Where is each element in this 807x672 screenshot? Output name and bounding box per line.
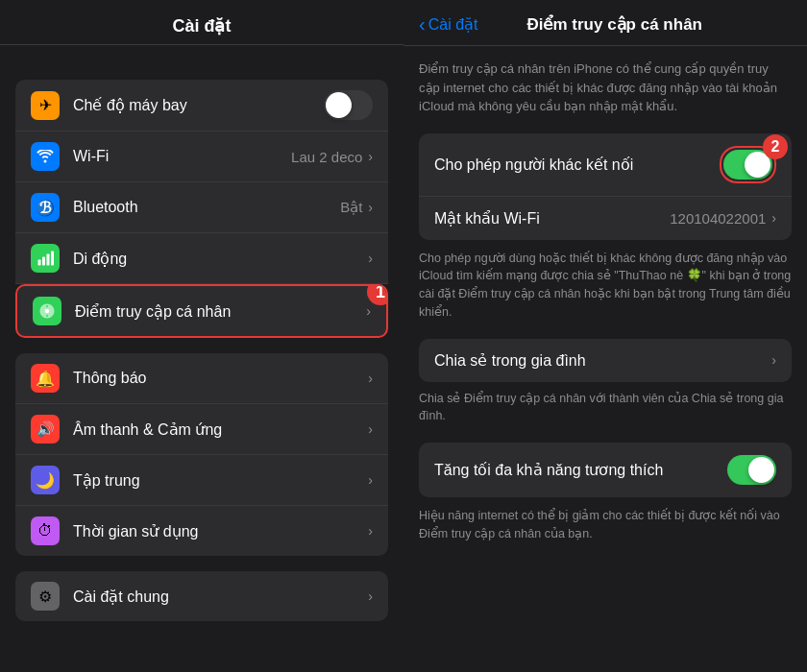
sound-icon: 🔊 <box>31 415 60 444</box>
badge-1: 1 <box>367 284 388 305</box>
hotspot-label: Điểm truy cập cá nhân <box>75 302 366 321</box>
settings-item-hotspot[interactable]: Điểm truy cập cá nhân › 1 <box>15 284 388 338</box>
badge-2: 2 <box>763 134 788 159</box>
family-share-desc: Chia sẻ Điểm truy cập cá nhân với thành … <box>419 390 792 426</box>
hotspot-detail-panel: ‹ Cài đặt Điểm truy cập cá nhân Điểm tru… <box>404 0 807 672</box>
family-share-label: Chia sẻ trong gia đình <box>434 351 586 370</box>
allow-note: Cho phép người dùng hoặc thiết bị khác k… <box>419 250 792 322</box>
settings-item-wifi[interactable]: Wi-Fi Lau 2 deco › <box>15 132 388 182</box>
settings-panel: Cài đặt ✈ Chế độ máy bay Wi-Fi Lau <box>0 0 404 672</box>
wifi-password-row[interactable]: Mật khẩu Wi-Fi 120104022001 › <box>419 196 792 240</box>
airplane-toggle[interactable] <box>324 90 373 120</box>
max-compat-label: Tăng tối đa khả năng tương thích <box>434 461 663 479</box>
cellular-label: Di động <box>73 250 368 268</box>
settings-item-sound[interactable]: 🔊 Âm thanh & Cảm ứng › <box>15 404 388 455</box>
allow-connection-right: 2 <box>720 146 776 183</box>
airplane-icon: ✈ <box>31 91 60 120</box>
allow-connection-label: Cho phép người khác kết nối <box>434 156 633 174</box>
focus-label: Tập trung <box>73 471 368 490</box>
settings-item-cellular[interactable]: Di động › <box>15 233 388 284</box>
focus-icon: 🌙 <box>31 466 60 494</box>
bluetooth-label: Bluetooth <box>73 199 340 216</box>
group-connectivity: ✈ Chế độ máy bay Wi-Fi Lau 2 deco › <box>15 80 388 338</box>
settings-item-general[interactable]: ⚙ Cài đặt chung › <box>15 571 388 621</box>
wifi-value: Lau 2 deco <box>291 149 362 165</box>
general-icon: ⚙ <box>31 582 60 611</box>
bluetooth-chevron: › <box>368 200 373 215</box>
sound-chevron: › <box>368 421 373 437</box>
max-compat-toggle[interactable] <box>727 455 776 485</box>
notifications-label: Thông báo <box>73 370 368 387</box>
general-label: Cài đặt chung <box>73 588 368 606</box>
sound-label: Âm thanh & Cảm ứng <box>73 420 368 439</box>
focus-chevron: › <box>368 472 373 488</box>
max-compat-row: Tăng tối đa khả năng tương thích <box>419 443 792 497</box>
wifi-password-right: 120104022001 › <box>670 210 776 227</box>
svg-rect-2 <box>47 254 50 266</box>
hotspot-description: Điểm truy cập cá nhân trên iPhone có thể… <box>419 60 792 116</box>
family-share-row[interactable]: Chia sẻ trong gia đình › <box>419 339 792 382</box>
right-title: Điểm truy cập cá nhân <box>485 14 744 35</box>
left-header: Cài đặt <box>0 0 404 45</box>
settings-list: ✈ Chế độ máy bay Wi-Fi Lau 2 deco › <box>0 45 404 672</box>
wifi-password-chevron: › <box>771 210 776 226</box>
settings-item-screentime[interactable]: ⏱ Thời gian sử dụng › <box>15 506 388 556</box>
right-header: ‹ Cài đặt Điểm truy cập cá nhân <box>404 0 807 46</box>
screentime-label: Thời gian sử dụng <box>73 522 368 540</box>
screentime-chevron: › <box>368 523 373 539</box>
wifi-chevron: › <box>368 149 373 164</box>
screentime-icon: ⏱ <box>31 516 60 545</box>
settings-item-airplane[interactable]: ✈ Chế độ máy bay <box>15 80 388 132</box>
notifications-chevron: › <box>368 371 373 386</box>
svg-rect-0 <box>38 260 41 266</box>
settings-item-bluetooth[interactable]: 🔵 ℬ Bluetooth Bật › <box>15 182 388 233</box>
left-title: Cài đặt <box>0 15 404 36</box>
hotspot-icon <box>33 297 61 325</box>
settings-item-focus[interactable]: 🌙 Tập trung › <box>15 455 388 506</box>
cellular-icon <box>31 244 60 273</box>
svg-rect-1 <box>42 257 45 266</box>
airplane-label: Chế độ máy bay <box>73 96 324 114</box>
cellular-chevron: › <box>368 251 373 266</box>
bluetooth-icon: 🔵 ℬ <box>31 193 60 222</box>
back-chevron-icon: ‹ <box>419 13 426 36</box>
general-chevron: › <box>368 588 373 604</box>
settings-item-notifications[interactable]: 🔔 Thông báo › <box>15 353 388 404</box>
group-system: 🔔 Thông báo › 🔊 Âm thanh & Cảm ứng › 🌙 T… <box>15 353 388 556</box>
allow-connection-toggle-wrapper: 2 <box>720 146 776 183</box>
svg-rect-3 <box>51 252 54 266</box>
bluetooth-value: Bật <box>340 199 362 216</box>
family-share-chevron: › <box>771 352 776 368</box>
right-content: Điểm truy cập cá nhân trên iPhone có thể… <box>404 46 807 574</box>
back-button[interactable]: ‹ Cài đặt <box>419 13 477 36</box>
allow-connection-row: Cho phép người khác kết nối 2 <box>419 133 792 196</box>
notifications-icon: 🔔 <box>31 364 60 393</box>
group-general: ⚙ Cài đặt chung › <box>15 571 388 621</box>
max-compat-desc: Hiệu năng internet có thể bị giảm cho cá… <box>419 507 792 543</box>
wifi-label: Wi-Fi <box>73 148 291 165</box>
wifi-password-label: Mật khẩu Wi-Fi <box>434 209 540 228</box>
back-label: Cài đặt <box>428 15 478 34</box>
hotspot-chevron: › <box>366 303 371 319</box>
wifi-icon <box>31 142 60 171</box>
wifi-password-value: 120104022001 <box>670 210 766 227</box>
